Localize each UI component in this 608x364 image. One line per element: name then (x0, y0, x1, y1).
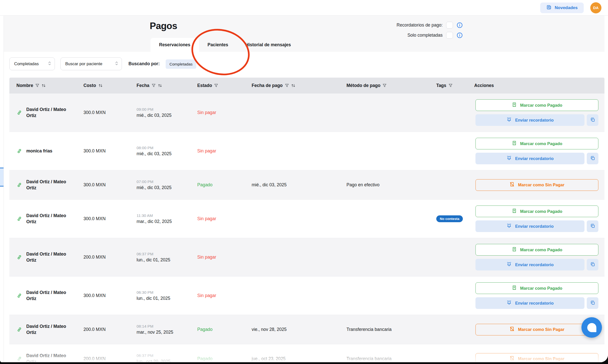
send-reminder-button[interactable]: Enviar recordatorio (475, 297, 584, 309)
searching-by-chip: Completadas (166, 59, 196, 69)
column-header-costo[interactable]: Costo (78, 83, 132, 88)
mark-as-paid-button[interactable]: Marcar como Pagado (475, 138, 598, 149)
date-cell: 09:00 PMmié., dic 03, 2025 (132, 107, 192, 118)
copy-reminder-button[interactable] (587, 297, 598, 309)
send-reminder-button[interactable]: Enviar recordatorio (475, 114, 584, 126)
mark-as-paid-button[interactable]: Marcar como Pagado (475, 99, 598, 111)
column-header-método-de-pago[interactable]: Método de pago (341, 83, 431, 88)
only-completed-checkbox[interactable] (446, 32, 453, 39)
receipt-crossed-icon (509, 356, 515, 362)
copy-reminder-button[interactable] (587, 153, 598, 164)
tab-historial-de-mensajes[interactable]: Historial de mensajes (237, 38, 299, 52)
mark-as-paid-button[interactable]: Marcar como Pagado (475, 206, 598, 217)
avatar[interactable]: DA (590, 2, 601, 13)
scrollbar-track[interactable] (604, 16, 608, 362)
payment-reminders-checkbox[interactable] (446, 22, 453, 29)
mark-as-unpaid-button[interactable]: Marcar como Sin Pagar (475, 324, 598, 335)
actions-cell: Marcar como PagadoEnviar recordatorio (469, 282, 604, 309)
receipt-icon (512, 285, 517, 291)
tab-reservaciones[interactable]: Reservaciones (150, 38, 199, 52)
link-icon[interactable] (16, 182, 22, 188)
date-cell: 06:30 PMlun., dic 01, 2025 (132, 290, 192, 301)
sort-arrows-icon[interactable] (291, 84, 295, 87)
filter-funnel-icon[interactable] (35, 84, 39, 87)
actions-cell: Marcar como Sin Pagar (469, 179, 604, 191)
column-label: Fecha de pago (252, 83, 283, 88)
only-completed-label: Solo completadas (407, 33, 443, 38)
info-icon[interactable] (457, 22, 463, 28)
sort-arrows-icon[interactable] (41, 84, 46, 87)
filter-funnel-icon[interactable] (383, 84, 386, 87)
column-header-fecha-de-pago[interactable]: Fecha de pago (247, 83, 341, 88)
news-icon (546, 5, 552, 11)
filter-funnel-icon[interactable] (214, 84, 218, 87)
link-icon[interactable] (16, 254, 22, 260)
tab-pacientes[interactable]: Pacientes (199, 38, 237, 52)
column-label: Nombre (16, 83, 33, 88)
copy-reminder-button[interactable] (587, 259, 598, 270)
send-reminder-button[interactable]: Enviar recordatorio (475, 259, 584, 270)
search-by-select[interactable]: Buscar por paciente (60, 57, 122, 70)
send-reminder-label: Enviar recordatorio (515, 156, 554, 161)
patient-name-cell: David Ortiz / Mateo Ortiz (9, 353, 78, 362)
copy-icon (590, 300, 595, 306)
copy-icon (590, 117, 595, 123)
mark-as-paid-label: Marcar como Pagado (520, 286, 562, 291)
time-value: 06:37 PM (137, 353, 192, 358)
novedades-button[interactable]: Novedades (540, 3, 584, 13)
column-label: Fecha (137, 83, 149, 88)
patient-name-cell: monica frias (9, 148, 78, 154)
date-cell: 07:00 PMmié., dic 03, 2025 (132, 179, 192, 190)
info-icon[interactable] (457, 32, 463, 38)
reminder-actions-row: Enviar recordatorio (475, 259, 604, 270)
send-reminder-button[interactable]: Enviar recordatorio (475, 220, 584, 232)
table-row: David Ortiz / Mateo Ortiz300.0 MXN11:30 … (9, 200, 604, 238)
reminder-actions-row: Enviar recordatorio (475, 220, 604, 232)
updown-chevron-icon (115, 61, 118, 67)
cost-cell: 300.0 MXN (78, 293, 132, 298)
column-label: Tags (436, 83, 446, 88)
copy-icon (590, 223, 595, 229)
copy-reminder-button[interactable] (587, 114, 598, 126)
mark-as-paid-label: Marcar como Pagado (520, 209, 562, 214)
link-icon[interactable] (16, 148, 22, 154)
status-cell: Pagado (192, 182, 247, 188)
sort-arrows-icon[interactable] (98, 84, 103, 87)
status-filter-select[interactable]: Completadas (9, 57, 55, 70)
link-icon[interactable] (16, 293, 22, 299)
sort-arrows-icon[interactable] (158, 84, 162, 87)
tag-pill[interactable]: No contesta (436, 215, 463, 222)
filter-funnel-icon[interactable] (285, 84, 289, 87)
time-value: 07:00 PM (137, 179, 192, 184)
table-row: David Ortiz / Mateo Ortiz200.0 MXN06:37 … (9, 344, 604, 362)
column-header-fecha[interactable]: Fecha (132, 83, 192, 88)
cost-cell: 300.0 MXN (78, 216, 132, 221)
date-value: lun., dic 01, 2025 (137, 257, 192, 263)
mark-as-paid-button[interactable]: Marcar como Pagado (475, 244, 598, 256)
payment-method-cell: Pago en efectivo (341, 182, 431, 188)
filter-funnel-icon[interactable] (449, 84, 452, 87)
link-icon[interactable] (16, 356, 22, 362)
link-icon[interactable] (16, 216, 22, 222)
link-icon[interactable] (16, 110, 22, 116)
collapsed-drawer-handle[interactable] (0, 168, 4, 187)
column-header-acciones[interactable]: Acciones (469, 83, 604, 88)
chat-widget-button[interactable] (581, 317, 602, 338)
mark-as-paid-button[interactable]: Marcar como Pagado (475, 282, 598, 294)
status-cell: Sin pagar (192, 148, 247, 154)
send-reminder-button[interactable]: Enviar recordatorio (475, 153, 584, 164)
bell-icon (506, 117, 512, 123)
column-header-estado[interactable]: Estado (192, 83, 247, 88)
column-header-tags[interactable]: Tags (431, 83, 469, 88)
column-header-nombre[interactable]: Nombre (9, 83, 78, 88)
patient-name: monica frias (26, 148, 52, 154)
mark-as-unpaid-label: Marcar como Sin Pagar (518, 356, 564, 361)
filter-funnel-icon[interactable] (152, 84, 156, 87)
copy-reminder-button[interactable] (587, 220, 598, 232)
mark-as-unpaid-button[interactable]: Marcar como Sin Pagar (475, 179, 598, 191)
date-cell: 08:14 PMmar., nov 25, 2025 (132, 324, 192, 335)
link-icon[interactable] (16, 327, 22, 332)
mark-as-unpaid-button[interactable]: Marcar como Sin Pagar (475, 353, 598, 362)
copy-icon (590, 262, 595, 268)
actions-cell: Marcar como Sin Pagar (469, 353, 604, 362)
